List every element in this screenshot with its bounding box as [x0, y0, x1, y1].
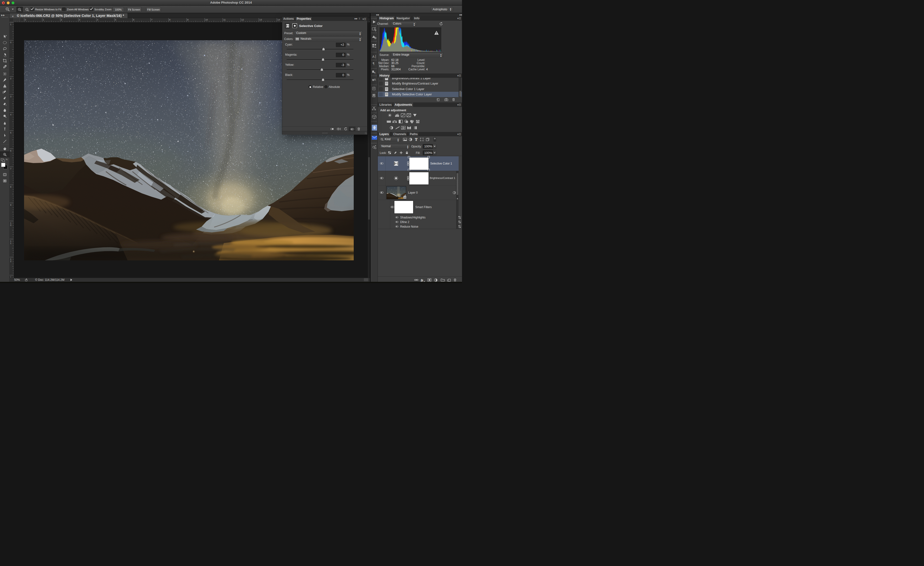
svg-text:fx: fx: [421, 278, 423, 282]
svg-text:A: A: [374, 78, 376, 81]
svg-text:¶: ¶: [374, 71, 375, 74]
svg-text:T: T: [415, 138, 417, 142]
svg-text:A: A: [372, 55, 375, 59]
